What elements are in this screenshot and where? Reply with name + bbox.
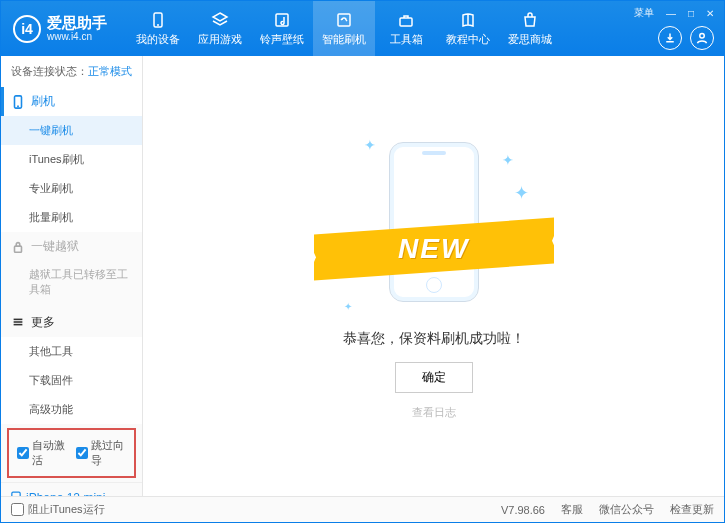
- skip-guide-checkbox[interactable]: 跳过向导: [76, 438, 127, 468]
- view-log-link[interactable]: 查看日志: [412, 405, 456, 420]
- top-nav: 我的设备应用游戏铃声壁纸智能刷机工具箱教程中心爱思商城: [127, 1, 561, 56]
- phone-icon: [149, 11, 167, 29]
- app-window: i4 爱思助手 www.i4.cn 我的设备应用游戏铃声壁纸智能刷机工具箱教程中…: [0, 0, 725, 523]
- svg-rect-3: [338, 14, 350, 26]
- jailbreak-note: 越狱工具已转移至工具箱: [1, 261, 142, 304]
- svg-point-5: [700, 34, 705, 39]
- svg-rect-8: [15, 246, 22, 252]
- flash-item-2[interactable]: 专业刷机: [1, 174, 142, 203]
- book-icon: [459, 11, 477, 29]
- footer: 阻止iTunes运行 V7.98.66 客服 微信公众号 检查更新: [1, 496, 724, 522]
- new-ribbon: NEW: [314, 218, 554, 281]
- nav-item-3[interactable]: 智能刷机: [313, 1, 375, 56]
- nav-item-1[interactable]: 应用游戏: [189, 1, 251, 56]
- flash-sublist: 一键刷机iTunes刷机专业刷机批量刷机: [1, 116, 142, 232]
- close-button[interactable]: ✕: [702, 6, 718, 21]
- app-title: 爱思助手: [47, 15, 107, 32]
- refresh-icon: [335, 11, 353, 29]
- window-controls: 菜单 — □ ✕: [630, 4, 718, 22]
- app-url: www.i4.cn: [47, 31, 107, 42]
- titlebar-round-buttons: [658, 26, 714, 50]
- sidebar-section-jailbreak[interactable]: 一键越狱: [1, 232, 142, 261]
- auto-activate-checkbox[interactable]: 自动激活: [17, 438, 68, 468]
- nav-item-6[interactable]: 爱思商城: [499, 1, 561, 56]
- phone-graphic: [389, 142, 479, 302]
- menu-button[interactable]: 菜单: [630, 4, 658, 22]
- user-button[interactable]: [690, 26, 714, 50]
- sidebar: 设备连接状态：正常模式 刷机 一键刷机iTunes刷机专业刷机批量刷机 一键越狱…: [1, 56, 143, 496]
- support-link[interactable]: 客服: [561, 502, 583, 517]
- apps-icon: [211, 11, 229, 29]
- nav-label: 我的设备: [136, 32, 180, 47]
- maximize-button[interactable]: □: [684, 6, 698, 21]
- minimize-button[interactable]: —: [662, 6, 680, 21]
- phone-icon: [11, 95, 25, 109]
- toolbox-icon: [397, 11, 415, 29]
- lock-icon: [11, 240, 25, 254]
- nav-label: 应用游戏: [198, 32, 242, 47]
- illustration: ✦✦✦✦ NEW: [334, 132, 534, 312]
- nav-item-0[interactable]: 我的设备: [127, 1, 189, 56]
- version-label: V7.98.66: [501, 504, 545, 516]
- svg-rect-4: [400, 18, 412, 26]
- more-sublist: 其他工具下载固件高级功能: [1, 337, 142, 424]
- ok-button[interactable]: 确定: [395, 362, 473, 393]
- flash-item-0[interactable]: 一键刷机: [1, 116, 142, 145]
- main-panel: ✦✦✦✦ NEW 恭喜您，保资料刷机成功啦！ 确定 查看日志: [143, 56, 724, 496]
- success-message: 恭喜您，保资料刷机成功啦！: [343, 330, 525, 348]
- logo[interactable]: i4 爱思助手 www.i4.cn: [1, 15, 119, 43]
- nav-label: 爱思商城: [508, 32, 552, 47]
- download-button[interactable]: [658, 26, 682, 50]
- nav-label: 铃声壁纸: [260, 32, 304, 47]
- nav-label: 工具箱: [390, 32, 423, 47]
- block-itunes-checkbox[interactable]: 阻止iTunes运行: [11, 502, 105, 517]
- nav-item-5[interactable]: 教程中心: [437, 1, 499, 56]
- music-icon: [273, 11, 291, 29]
- flash-item-3[interactable]: 批量刷机: [1, 203, 142, 232]
- nav-item-4[interactable]: 工具箱: [375, 1, 437, 56]
- titlebar: i4 爱思助手 www.i4.cn 我的设备应用游戏铃声壁纸智能刷机工具箱教程中…: [1, 1, 724, 56]
- more-item-1[interactable]: 下载固件: [1, 366, 142, 395]
- options-row: 自动激活 跳过向导: [7, 428, 136, 478]
- more-item-2[interactable]: 高级功能: [1, 395, 142, 424]
- nav-label: 智能刷机: [322, 32, 366, 47]
- sidebar-section-flash[interactable]: 刷机: [1, 87, 142, 116]
- logo-icon: i4: [13, 15, 41, 43]
- nav-item-2[interactable]: 铃声壁纸: [251, 1, 313, 56]
- sidebar-section-more[interactable]: 更多: [1, 308, 142, 337]
- nav-label: 教程中心: [446, 32, 490, 47]
- flash-item-1[interactable]: iTunes刷机: [1, 145, 142, 174]
- update-link[interactable]: 检查更新: [670, 502, 714, 517]
- menu-icon: [11, 315, 25, 329]
- shop-icon: [521, 11, 539, 29]
- connection-status: 设备连接状态：正常模式: [1, 56, 142, 87]
- more-item-0[interactable]: 其他工具: [1, 337, 142, 366]
- wechat-link[interactable]: 微信公众号: [599, 502, 654, 517]
